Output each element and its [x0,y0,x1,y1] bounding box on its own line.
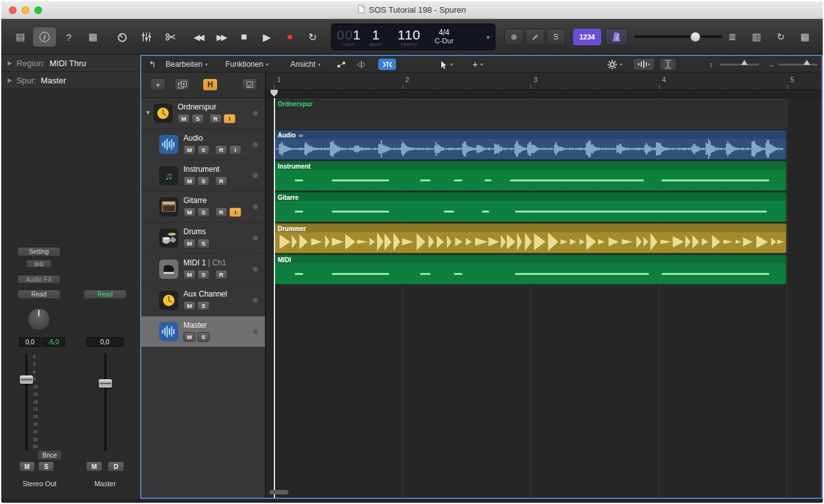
track-m-button[interactable]: M [183,145,195,155]
track-s-button[interactable]: S [197,239,210,248]
mixer-icon[interactable] [135,27,158,46]
track-s-button[interactable]: S [197,270,210,279]
playhead-line[interactable] [274,98,275,498]
solo-button[interactable]: S [38,461,54,472]
track-name[interactable]: Master [183,321,210,330]
volume-value[interactable]: -5,0 [42,337,65,347]
track-m-button[interactable]: M [183,332,195,342]
track-s-button[interactable]: S [197,145,210,155]
disclosure-triangle-icon[interactable]: ▶ [8,60,12,66]
note-pads-icon[interactable]: ▥ [745,27,768,46]
track-m-button[interactable]: M [183,270,195,279]
punch-icon[interactable]: ⊗ [504,29,523,45]
channel-fader[interactable]: 0369121518212430405060 [18,354,48,451]
add-track-button[interactable]: + [150,78,166,91]
smart-controls-icon[interactable] [111,27,134,46]
stereo-format-button[interactable]: ⊙⊙ [26,260,52,268]
zoom-slider-thumb[interactable] [741,60,748,65]
track-s-button[interactable]: S [197,207,210,217]
track-inspector-header[interactable]: ▶ Spur: Master [1,72,140,89]
pointer-tool-button[interactable]: ▾ [441,58,453,71]
hide-tracks-button[interactable]: H [202,78,218,91]
minimize-window-button[interactable] [22,6,29,14]
master-mute-button[interactable]: M [86,461,103,472]
bounce-button[interactable]: Bnce [38,451,61,459]
track-r-button[interactable]: R [210,114,222,123]
fader-cap[interactable] [99,379,112,388]
track-name[interactable]: Audio [183,134,241,143]
region-gitarre[interactable]: Gitarre [274,192,786,222]
vertical-zoom-slider[interactable] [720,64,759,66]
browsers-icon[interactable]: ▦ [793,27,816,46]
track-m-button[interactable]: M [183,207,195,217]
region-instrument[interactable]: Instrument [274,161,786,191]
horizontal-zoom-slider[interactable] [778,64,818,66]
waveform-zoom-button[interactable] [633,58,655,71]
apple-loops-icon[interactable]: ↻ [769,27,792,46]
region-inspector-header[interactable]: ▶ Region: MIDI Thru [1,55,140,72]
region-ordnerspur[interactable]: Ordnerspur [274,99,786,129]
flex-icon[interactable] [357,60,366,71]
close-window-button[interactable] [9,6,17,14]
track-r-button[interactable]: R [215,176,227,186]
master-volume-slider[interactable] [634,34,722,39]
track-header-gitarre[interactable]: GitarreMSRI [141,192,265,223]
audio-fx-slot[interactable]: Audio FX [17,275,60,284]
track-r-button[interactable]: R [215,207,227,217]
region-midi[interactable]: MIDI [274,255,786,284]
mute-button[interactable]: M [19,461,35,472]
automation-icon[interactable] [336,60,347,71]
pencil-icon[interactable] [525,29,544,45]
track-header-master[interactable]: MasterMS [141,316,265,347]
editors-scissors-icon[interactable] [159,27,182,46]
master-automation-mode-button[interactable]: Read [83,290,127,299]
track-r-button[interactable]: R [215,145,227,155]
volume-thumb[interactable] [690,32,700,42]
track-name[interactable]: Aux Channel [183,290,227,298]
command-click-tool-button[interactable]: +▾ [472,58,483,71]
pan-value[interactable]: 0,0 [19,337,41,347]
track-i-button[interactable]: I [229,207,241,217]
forward-button[interactable]: ▶▶ [210,27,232,46]
track-header-midi-1[interactable]: MIDI 1 | Ch1MSR [141,254,265,285]
master-dim-button[interactable]: D [108,461,124,472]
duplicate-track-button[interactable] [174,78,190,91]
zoom-window-button[interactable] [34,6,42,14]
track-header-drums[interactable]: DrumsMS [141,223,265,254]
zoom-slider-thumb[interactable] [804,60,810,65]
track-header-ordnerspur[interactable]: ▼OrdnerspurMSRI [141,98,265,129]
count-in-button[interactable]: 1234 [573,29,601,45]
horizontal-scrollbar[interactable] [269,490,288,494]
track-i-button[interactable]: I [229,145,241,155]
quick-help-icon[interactable]: ? [57,27,80,46]
track-m-button[interactable]: M [183,301,195,311]
track-config-gear-button[interactable]: ▾ [607,58,622,71]
fader-cap[interactable] [20,375,33,384]
channel-setting-button[interactable]: Setting [17,247,60,256]
track-m-button[interactable]: M [183,239,195,248]
track-m-button[interactable]: M [178,114,190,123]
track-header-config-button[interactable]: ☑ [242,78,257,91]
toolbar-toggle-icon[interactable]: ▦ [82,27,104,46]
chevron-down-icon[interactable]: ▾ [487,34,490,41]
track-r-button[interactable]: R [215,270,227,279]
inspector-icon[interactable]: i [33,27,56,46]
menu-funktionen[interactable]: Funktionen▾ [225,56,268,73]
disclosure-triangle-icon[interactable]: ▶ [8,77,12,83]
bar-ruler[interactable]: 12345 [266,73,821,97]
list-editors-icon[interactable]: ≣ [721,27,744,46]
track-header-aux-channel[interactable]: Aux ChannelMS [141,285,265,316]
track-name[interactable]: Gitarre [183,197,241,205]
vertical-auto-zoom-button[interactable] [660,58,676,71]
track-s-button[interactable]: S [192,114,204,123]
track-s-button[interactable]: S [197,176,210,186]
master-volume-value[interactable]: 0,0 [86,337,124,347]
track-header-audio[interactable]: AudioMSRI [141,129,265,160]
track-name[interactable]: Ordnerspur [178,103,236,111]
menu-ansicht[interactable]: Ansicht▾ [290,56,320,73]
track-m-button[interactable]: M [183,176,195,186]
region-drummer[interactable]: Drummer [274,223,786,253]
library-icon[interactable]: ▤ [9,27,32,46]
track-s-button[interactable]: S [197,301,210,311]
cycle-button[interactable]: ↻ [302,27,323,46]
